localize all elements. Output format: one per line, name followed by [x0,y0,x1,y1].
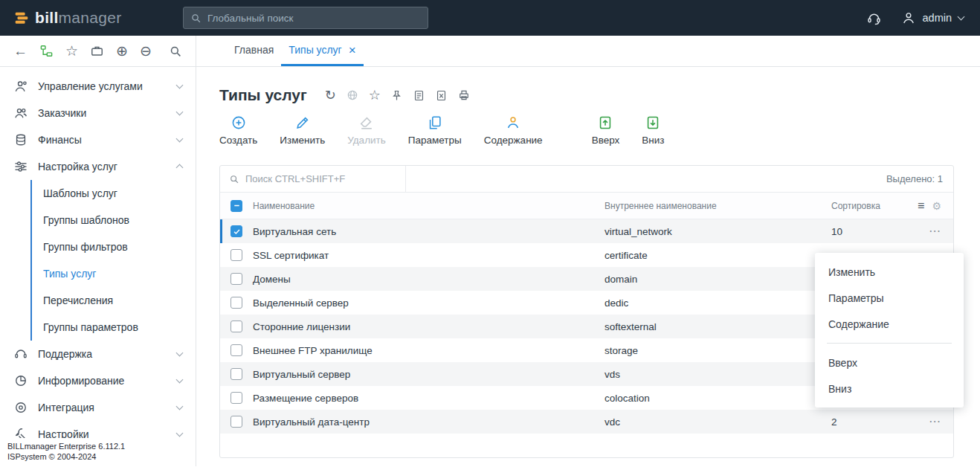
sidebar-item-support[interactable]: Поддержка [0,341,196,367]
sidebar-item-notifications[interactable]: Информирование [0,367,196,394]
arrow-up-box-icon [597,115,613,131]
strip-search-icon[interactable] [169,45,182,58]
row-internal: certificate [605,250,831,261]
chevron-down-icon [176,135,184,143]
row-checkbox[interactable] [231,416,242,428]
row-checkbox[interactable] [231,368,242,380]
edit-button[interactable]: Изменить [280,115,325,146]
search-icon [190,13,202,24]
subitem-label: Группы фильтров [43,241,128,253]
sidebar-subitem-parameter-groups[interactable]: Группы параметров [32,314,196,341]
row-checkbox[interactable] [231,321,242,332]
context-menu-edit[interactable]: Изменить [815,259,964,285]
sidebar-item-service-management[interactable]: Управление услугами [0,73,196,100]
row-checkbox[interactable] [231,344,242,356]
coins-icon [13,132,28,147]
user-menu[interactable]: admin [901,10,964,25]
table-search[interactable] [220,166,406,192]
sidebar-subitem-service-types[interactable]: Типы услуг [32,260,196,287]
topbar: billmanager [0,0,980,36]
refresh-icon[interactable]: ↻ [325,88,336,102]
row-menu-button[interactable]: ⋯ [929,225,941,237]
row-sort: 2 [831,416,906,428]
sidebar-subitem-filter-groups[interactable]: Группы фильтров [32,234,196,260]
column-header-sort[interactable]: Сортировка [831,201,906,211]
plus-circle-icon [231,115,247,131]
tab-home[interactable]: Главная [227,36,281,66]
context-menu-parameters[interactable]: Параметры [815,285,964,311]
sidebar-footer: BILLmanager Enterprise 6.112.1 ISPsystem… [0,438,196,466]
globe-icon[interactable] [346,88,359,102]
create-button[interactable]: Создать [219,115,257,146]
row-checkbox[interactable] [231,392,242,404]
context-menu-content[interactable]: Содержание [815,311,964,337]
zoom-out-icon[interactable]: ⊖ [140,44,152,58]
tab-close-icon[interactable]: × [349,44,356,57]
zoom-in-icon[interactable]: ⊕ [116,44,128,58]
logo-text-manager: manager [59,9,122,26]
person-doc-icon [505,115,521,131]
delete-button[interactable]: Удалить [347,115,386,146]
row-checkbox[interactable] [231,297,242,309]
context-menu-divider [827,343,952,344]
row-menu-button[interactable]: ⋯ [929,416,941,428]
row-context-menu: Изменить Параметры Содержание Вверх Вниз [815,253,964,408]
billmanager-app: billmanager [0,0,980,467]
move-down-button[interactable]: Вниз [642,115,664,146]
subitem-label: Типы услуг [43,268,96,280]
row-checkbox[interactable] [231,249,242,261]
select-all-checkbox[interactable] [231,200,242,212]
logo-text-bill: bill [35,9,59,26]
support-headset-icon[interactable] [866,10,882,26]
excel-export-icon[interactable] [435,89,448,102]
sidebar-subitem-template-groups[interactable]: Группы шаблонов [32,207,196,234]
move-up-button[interactable]: Вверх [592,115,620,146]
second-row: ← ☆ ⊕ ⊖ [0,36,980,67]
disc-icon [13,400,28,415]
table-row[interactable]: Виртуальный дата-центр vdc 2 ⋯ [220,410,953,434]
context-menu-move-down[interactable]: Вниз [815,376,964,402]
chevron-down-icon [176,403,184,410]
eraser-icon [358,115,375,131]
global-search[interactable] [183,7,428,29]
subitem-label: Шаблоны услуг [43,187,117,199]
sidebar-item-integration[interactable]: Интеграция [0,394,196,421]
sidebar-item-label: Финансы [38,134,82,146]
row-checkbox[interactable] [231,273,242,285]
row-checkbox[interactable] [231,225,242,237]
copy-doc-icon [427,115,443,131]
sidebar-subitem-service-templates[interactable]: Шаблоны услуг [32,180,196,207]
sidebar-item-label: Поддержка [38,348,92,360]
tab-service-types[interactable]: Типы услуг × [281,36,363,66]
star-icon[interactable]: ☆ [369,88,381,102]
table-settings-gear-icon[interactable]: ⚙ [932,200,941,212]
table-row[interactable]: Виртуальная сеть virtual_network 10 ⋯ [220,219,953,243]
sidebar-item-finance[interactable]: Финансы [0,126,196,153]
print-icon[interactable] [457,88,471,102]
tasks-briefcase-icon[interactable] [90,44,104,58]
global-search-input[interactable] [207,13,421,24]
subitem-label: Группы параметров [43,321,138,333]
table-view-icon[interactable]: ≡ [918,199,924,213]
copyright-info: ISPsystem © 2004-2024 [7,451,188,462]
sidebar-subitem-enumerations[interactable]: Перечисления [32,287,196,314]
pin-icon[interactable] [390,89,403,102]
parameters-button[interactable]: Параметры [408,115,462,146]
back-icon[interactable]: ← [13,44,28,58]
favorites-star-icon[interactable]: ☆ [65,44,78,58]
logo[interactable]: billmanager [0,9,183,27]
subitem-label: Группы шаблонов [43,214,129,226]
pencil-icon [294,115,311,131]
row-internal: dedic [605,297,831,309]
column-header-internal[interactable]: Внутреннее наименование [605,201,831,211]
table-search-input[interactable] [245,173,405,184]
sidebar-item-customers[interactable]: Заказчики [0,100,196,126]
column-header-name[interactable]: Наименование [253,201,605,211]
context-menu-move-up[interactable]: Вверх [815,350,964,376]
action-toolbar: Создать Изменить Удалить [219,115,954,153]
sidebar-item-label: Заказчики [38,107,86,119]
menu-tree-icon[interactable] [39,44,54,58]
report-doc-icon[interactable] [413,89,425,102]
content-button[interactable]: Содержание [484,115,543,146]
sidebar-item-service-settings[interactable]: Настройка услуг [0,153,196,180]
